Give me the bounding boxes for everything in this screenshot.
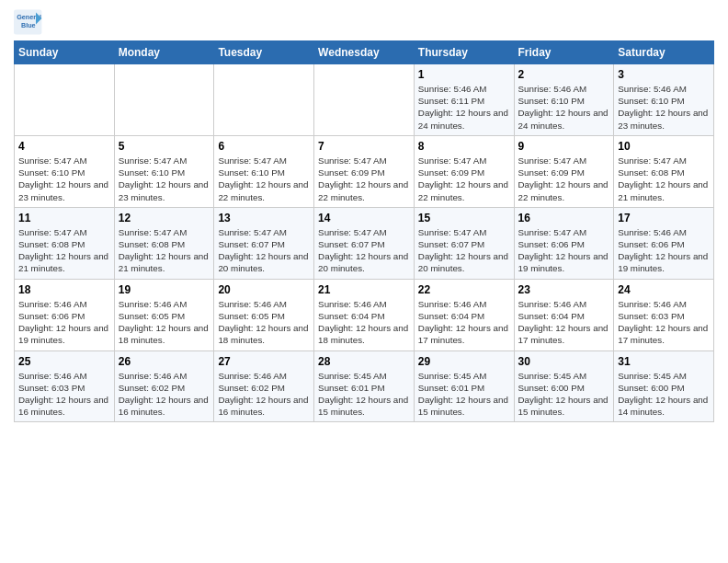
- calendar-cell: 30Sunrise: 5:45 AM Sunset: 6:00 PM Dayli…: [514, 350, 614, 422]
- week-row-5: 25Sunrise: 5:46 AM Sunset: 6:03 PM Dayli…: [15, 350, 714, 422]
- day-number: 28: [318, 355, 410, 368]
- day-number: 17: [618, 212, 710, 224]
- calendar-cell: 17Sunrise: 5:46 AM Sunset: 6:06 PM Dayli…: [614, 207, 714, 279]
- day-number: 25: [18, 355, 110, 368]
- weekday-saturday: Saturday: [614, 41, 714, 64]
- calendar-cell: 12Sunrise: 5:47 AM Sunset: 6:08 PM Dayli…: [114, 207, 214, 279]
- calendar-cell: 9Sunrise: 5:47 AM Sunset: 6:09 PM Daylig…: [514, 135, 614, 207]
- day-number: 27: [218, 355, 310, 368]
- calendar-cell: 6Sunrise: 5:47 AM Sunset: 6:10 PM Daylig…: [214, 135, 314, 207]
- day-info: Sunrise: 5:47 AM Sunset: 6:06 PM Dayligh…: [518, 226, 610, 275]
- calendar-cell: 22Sunrise: 5:46 AM Sunset: 6:04 PM Dayli…: [414, 279, 514, 350]
- calendar-cell: 14Sunrise: 5:47 AM Sunset: 6:07 PM Dayli…: [314, 207, 415, 279]
- calendar-cell: [15, 64, 115, 136]
- calendar-cell: 21Sunrise: 5:46 AM Sunset: 6:04 PM Dayli…: [314, 279, 415, 350]
- day-info: Sunrise: 5:47 AM Sunset: 6:07 PM Dayligh…: [418, 226, 510, 275]
- day-number: 29: [418, 355, 510, 368]
- day-number: 3: [618, 68, 710, 81]
- day-info: Sunrise: 5:46 AM Sunset: 6:03 PM Dayligh…: [18, 370, 110, 419]
- calendar-cell: 26Sunrise: 5:46 AM Sunset: 6:02 PM Dayli…: [114, 350, 214, 422]
- day-info: Sunrise: 5:47 AM Sunset: 6:07 PM Dayligh…: [318, 226, 410, 275]
- svg-text:Blue: Blue: [21, 21, 36, 29]
- weekday-sunday: Sunday: [15, 41, 115, 64]
- day-info: Sunrise: 5:46 AM Sunset: 6:05 PM Dayligh…: [218, 298, 310, 347]
- calendar-cell: 8Sunrise: 5:47 AM Sunset: 6:09 PM Daylig…: [414, 135, 514, 207]
- calendar-cell: 11Sunrise: 5:47 AM Sunset: 6:08 PM Dayli…: [15, 207, 115, 279]
- day-number: 8: [418, 140, 510, 153]
- day-info: Sunrise: 5:46 AM Sunset: 6:10 PM Dayligh…: [518, 83, 610, 132]
- day-info: Sunrise: 5:45 AM Sunset: 6:00 PM Dayligh…: [618, 370, 710, 419]
- calendar-cell: 5Sunrise: 5:47 AM Sunset: 6:10 PM Daylig…: [114, 135, 214, 207]
- day-info: Sunrise: 5:47 AM Sunset: 6:08 PM Dayligh…: [18, 226, 110, 275]
- day-info: Sunrise: 5:47 AM Sunset: 6:09 PM Dayligh…: [318, 155, 410, 203]
- day-info: Sunrise: 5:47 AM Sunset: 6:10 PM Dayligh…: [218, 155, 310, 203]
- calendar-cell: 16Sunrise: 5:47 AM Sunset: 6:06 PM Dayli…: [514, 207, 614, 279]
- day-number: 24: [618, 283, 710, 296]
- weekday-monday: Monday: [114, 41, 214, 64]
- calendar-cell: 15Sunrise: 5:47 AM Sunset: 6:07 PM Dayli…: [414, 207, 514, 279]
- calendar-cell: 27Sunrise: 5:46 AM Sunset: 6:02 PM Dayli…: [214, 350, 314, 422]
- weekday-friday: Friday: [514, 41, 614, 64]
- calendar-table: SundayMondayTuesdayWednesdayThursdayFrid…: [14, 40, 714, 422]
- day-info: Sunrise: 5:46 AM Sunset: 6:03 PM Dayligh…: [618, 298, 710, 347]
- day-number: 20: [218, 283, 310, 296]
- day-number: 6: [218, 140, 310, 153]
- week-row-3: 11Sunrise: 5:47 AM Sunset: 6:08 PM Dayli…: [15, 207, 714, 279]
- day-number: 22: [418, 283, 510, 296]
- calendar-cell: 19Sunrise: 5:46 AM Sunset: 6:05 PM Dayli…: [114, 279, 214, 350]
- weekday-thursday: Thursday: [414, 41, 514, 64]
- calendar-cell: [114, 64, 214, 136]
- day-info: Sunrise: 5:47 AM Sunset: 6:08 PM Dayligh…: [618, 155, 710, 203]
- day-info: Sunrise: 5:46 AM Sunset: 6:04 PM Dayligh…: [318, 298, 410, 347]
- day-info: Sunrise: 5:46 AM Sunset: 6:10 PM Dayligh…: [618, 83, 710, 132]
- day-number: 4: [18, 140, 110, 153]
- calendar-cell: 29Sunrise: 5:45 AM Sunset: 6:01 PM Dayli…: [414, 350, 514, 422]
- calendar-cell: 7Sunrise: 5:47 AM Sunset: 6:09 PM Daylig…: [314, 135, 415, 207]
- day-info: Sunrise: 5:46 AM Sunset: 6:06 PM Dayligh…: [618, 226, 710, 275]
- calendar-cell: 18Sunrise: 5:46 AM Sunset: 6:06 PM Dayli…: [15, 279, 115, 350]
- calendar-cell: 4Sunrise: 5:47 AM Sunset: 6:10 PM Daylig…: [15, 135, 115, 207]
- day-number: 31: [618, 355, 710, 368]
- calendar-cell: 24Sunrise: 5:46 AM Sunset: 6:03 PM Dayli…: [614, 279, 714, 350]
- day-number: 19: [119, 283, 210, 296]
- day-number: 5: [119, 140, 210, 153]
- day-info: Sunrise: 5:47 AM Sunset: 6:08 PM Dayligh…: [119, 226, 210, 275]
- day-number: 23: [518, 283, 610, 296]
- calendar-cell: 2Sunrise: 5:46 AM Sunset: 6:10 PM Daylig…: [514, 64, 614, 136]
- day-number: 30: [518, 355, 610, 368]
- calendar-cell: 20Sunrise: 5:46 AM Sunset: 6:05 PM Dayli…: [214, 279, 314, 350]
- logo-icon: General Blue: [14, 9, 43, 35]
- day-info: Sunrise: 5:45 AM Sunset: 6:01 PM Dayligh…: [418, 370, 510, 419]
- day-info: Sunrise: 5:46 AM Sunset: 6:04 PM Dayligh…: [418, 298, 510, 347]
- day-info: Sunrise: 5:47 AM Sunset: 6:07 PM Dayligh…: [218, 226, 310, 275]
- calendar-cell: 31Sunrise: 5:45 AM Sunset: 6:00 PM Dayli…: [614, 350, 714, 422]
- calendar-cell: 3Sunrise: 5:46 AM Sunset: 6:10 PM Daylig…: [614, 64, 714, 136]
- day-number: 18: [18, 283, 110, 296]
- calendar-cell: [314, 64, 415, 136]
- weekday-wednesday: Wednesday: [314, 41, 415, 64]
- week-row-2: 4Sunrise: 5:47 AM Sunset: 6:10 PM Daylig…: [15, 135, 714, 207]
- logo: General Blue: [14, 9, 43, 35]
- day-number: 7: [318, 140, 410, 153]
- day-info: Sunrise: 5:46 AM Sunset: 6:04 PM Dayligh…: [518, 298, 610, 347]
- day-number: 11: [18, 212, 110, 224]
- calendar-cell: 1Sunrise: 5:46 AM Sunset: 6:11 PM Daylig…: [414, 64, 514, 136]
- day-number: 2: [518, 68, 610, 81]
- calendar-cell: 25Sunrise: 5:46 AM Sunset: 6:03 PM Dayli…: [15, 350, 115, 422]
- day-info: Sunrise: 5:47 AM Sunset: 6:09 PM Dayligh…: [418, 155, 510, 203]
- day-info: Sunrise: 5:47 AM Sunset: 6:10 PM Dayligh…: [119, 155, 210, 203]
- day-number: 14: [318, 212, 410, 224]
- day-info: Sunrise: 5:45 AM Sunset: 6:00 PM Dayligh…: [518, 370, 610, 419]
- day-info: Sunrise: 5:46 AM Sunset: 6:11 PM Dayligh…: [418, 83, 510, 132]
- day-info: Sunrise: 5:47 AM Sunset: 6:10 PM Dayligh…: [18, 155, 110, 203]
- week-row-1: 1Sunrise: 5:46 AM Sunset: 6:11 PM Daylig…: [15, 64, 714, 136]
- day-number: 9: [518, 140, 610, 153]
- calendar-cell: 13Sunrise: 5:47 AM Sunset: 6:07 PM Dayli…: [214, 207, 314, 279]
- day-info: Sunrise: 5:46 AM Sunset: 6:02 PM Dayligh…: [119, 370, 210, 419]
- day-info: Sunrise: 5:47 AM Sunset: 6:09 PM Dayligh…: [518, 155, 610, 203]
- day-info: Sunrise: 5:45 AM Sunset: 6:01 PM Dayligh…: [318, 370, 410, 419]
- day-number: 26: [119, 355, 210, 368]
- calendar-cell: [214, 64, 314, 136]
- day-info: Sunrise: 5:46 AM Sunset: 6:05 PM Dayligh…: [119, 298, 210, 347]
- day-info: Sunrise: 5:46 AM Sunset: 6:06 PM Dayligh…: [18, 298, 110, 347]
